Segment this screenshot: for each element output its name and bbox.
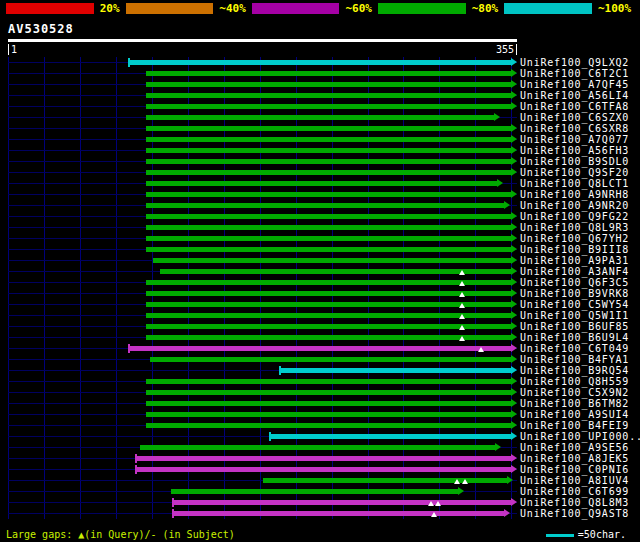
hit-label[interactable]: UniRef100_C6SZX0 (520, 112, 629, 123)
hit-label[interactable]: UniRef100_Q67YH2 (520, 233, 629, 244)
alignment-bar[interactable] (146, 181, 497, 186)
alignment-bar[interactable] (146, 93, 511, 98)
hit-label[interactable]: UniRef100_B4FYA1 (520, 354, 629, 365)
bar-start-tick (135, 465, 137, 474)
hit-row: UniRef100_UPI000... (0, 431, 640, 442)
alignment-bar[interactable] (146, 412, 511, 417)
hit-label[interactable]: UniRef100_C0PNI6 (520, 464, 629, 475)
alignment-bar[interactable] (173, 500, 511, 505)
hit-label[interactable]: UniRef100_C5X9N2 (520, 387, 629, 398)
alignment-bar[interactable] (280, 368, 511, 373)
alignment-bar[interactable] (160, 269, 511, 274)
hit-label[interactable]: UniRef100_Q9FG22 (520, 211, 629, 222)
alignment-bar[interactable] (146, 291, 511, 296)
hit-label[interactable]: UniRef100_C6T699 (520, 486, 629, 497)
alignment-bar[interactable] (146, 137, 511, 142)
alignment-bar[interactable] (140, 445, 495, 450)
alignment-bar[interactable] (146, 192, 511, 197)
alignment-bar[interactable] (146, 236, 511, 241)
alignment-bar[interactable] (146, 104, 511, 109)
hit-label[interactable]: UniRef100_A9SUI4 (520, 409, 629, 420)
gap-marker-icon (459, 336, 465, 341)
alignment-bar[interactable] (146, 280, 511, 285)
arrowhead-icon (511, 256, 517, 264)
hit-label[interactable]: UniRef100_A8IUV4 (520, 475, 629, 486)
alignment-bar[interactable] (136, 456, 511, 461)
alignment-bar[interactable] (146, 170, 511, 175)
alignment-bar[interactable] (146, 82, 511, 87)
arrowhead-icon (511, 91, 517, 99)
alignment-bar[interactable] (146, 335, 511, 340)
alignment-bar[interactable] (146, 126, 511, 131)
arrowhead-icon (511, 157, 517, 165)
hit-label[interactable]: UniRef100_B9RQ54 (520, 365, 629, 376)
hit-label[interactable]: UniRef100_A9PA31 (520, 255, 629, 266)
arrowhead-icon (511, 69, 517, 77)
hit-label[interactable]: UniRef100_B9VRK8 (520, 288, 629, 299)
hit-label[interactable]: UniRef100_B9SDL0 (520, 156, 629, 167)
alignment-bar[interactable] (146, 313, 511, 318)
alignment-bar[interactable] (129, 60, 511, 65)
arrowhead-icon (511, 421, 517, 429)
hit-label[interactable]: UniRef100_B4FEI9 (520, 420, 629, 431)
hit-label[interactable]: UniRef100_B6UF85 (520, 321, 629, 332)
arrowhead-icon (511, 498, 517, 506)
hit-row: UniRef100_Q8LCT1 (0, 178, 640, 189)
hit-row: UniRef100_C6TFA8 (0, 101, 640, 112)
hit-label[interactable]: UniRef100_Q9SF20 (520, 167, 629, 178)
hit-label[interactable]: UniRef100_C6SXR8 (520, 123, 629, 134)
alignment-bar[interactable] (129, 346, 511, 351)
alignment-bar[interactable] (171, 489, 458, 494)
hit-label[interactable]: UniRef100_B6U9L4 (520, 332, 629, 343)
hit-label[interactable]: UniRef100_C6TFA8 (520, 101, 629, 112)
alignment-bar[interactable] (173, 511, 504, 516)
hit-label[interactable]: UniRef100_Q8L8M3 (520, 497, 629, 508)
hit-label[interactable]: UniRef100_A9NRH8 (520, 189, 629, 200)
hit-label[interactable]: UniRef100_A9NR20 (520, 200, 629, 211)
hit-label[interactable]: UniRef100_Q9LXQ2 (520, 57, 629, 68)
alignment-bar[interactable] (136, 467, 511, 472)
alignment-bar[interactable] (146, 302, 511, 307)
alignment-bar[interactable] (146, 390, 511, 395)
hit-label[interactable]: UniRef100_Q8LCT1 (520, 178, 629, 189)
hit-label[interactable]: UniRef100_A9SE56 (520, 442, 629, 453)
hit-label[interactable]: UniRef100_C6T049 (520, 343, 629, 354)
alignment-bar[interactable] (146, 115, 494, 120)
alignment-bar[interactable] (146, 159, 511, 164)
alignment-bar[interactable] (146, 324, 511, 329)
alignment-bar[interactable] (146, 203, 504, 208)
alignment-bar[interactable] (263, 478, 507, 483)
hit-label[interactable]: UniRef100_A56LI4 (520, 90, 629, 101)
hit-label[interactable]: UniRef100_A7Q077 (520, 134, 629, 145)
alignment-bar[interactable] (146, 423, 511, 428)
gap-marker-icon (431, 512, 437, 517)
hit-label[interactable]: UniRef100_C6T2C1 (520, 68, 629, 79)
alignment-bar[interactable] (146, 214, 511, 219)
alignment-bar[interactable] (146, 71, 511, 76)
alignment-bar[interactable] (146, 379, 511, 384)
hit-label[interactable]: UniRef100_Q9AST8 (520, 508, 629, 519)
hit-label[interactable]: UniRef100_Q8L9R3 (520, 222, 629, 233)
alignment-bar[interactable] (146, 401, 511, 406)
hit-label[interactable]: UniRef100_Q6F3C5 (520, 277, 629, 288)
hit-label[interactable]: UniRef100_B6TM82 (520, 398, 629, 409)
hit-label[interactable]: UniRef100_A56FH3 (520, 145, 629, 156)
alignment-bar[interactable] (270, 434, 511, 439)
hit-label[interactable]: UniRef100_Q8H559 (520, 376, 629, 387)
alignment-bar[interactable] (146, 148, 511, 153)
hit-label[interactable]: UniRef100_B9III8 (520, 244, 629, 255)
alignment-bar[interactable] (150, 357, 511, 362)
alignment-bar[interactable] (146, 247, 511, 252)
hit-label[interactable]: UniRef100_A8JEK5 (520, 453, 629, 464)
gap-marker-icon (478, 347, 484, 352)
hit-row: UniRef100_B6U9L4 (0, 332, 640, 343)
hit-label[interactable]: UniRef100_A7QF45 (520, 79, 629, 90)
scale-segment-label: ~80% (466, 3, 505, 14)
hit-label[interactable]: UniRef100_UPI000... (520, 431, 640, 442)
alignment-bar[interactable] (146, 225, 511, 230)
hit-label[interactable]: UniRef100_Q5W1I1 (520, 310, 629, 321)
hit-label[interactable]: UniRef100_C5WY54 (520, 299, 629, 310)
arrowhead-icon (511, 146, 517, 154)
hit-label[interactable]: UniRef100_A3ANF4 (520, 266, 629, 277)
alignment-bar[interactable] (153, 258, 511, 263)
